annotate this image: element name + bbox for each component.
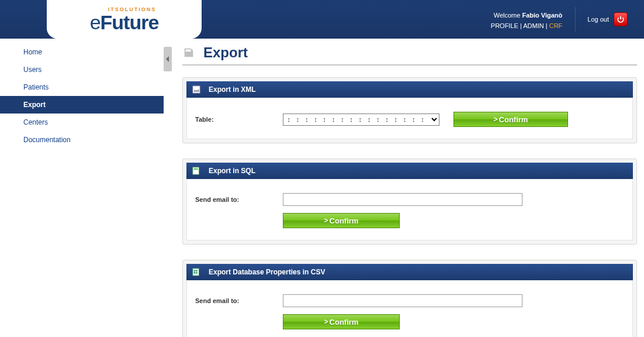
sidebar-item-label: Export	[23, 101, 46, 109]
main-content: Export xml Export in XML Table: : : : : …	[164, 39, 644, 337]
logo-brand: eFuture	[90, 11, 159, 33]
confirm-label: Confirm	[330, 318, 359, 326]
admin-link[interactable]: ADMIN	[523, 22, 543, 29]
field-label-email-sql: Send email to:	[195, 196, 277, 203]
table-select[interactable]: : : : : : : : : : : : : : : : : : : : : …	[283, 114, 439, 126]
header-links: PROFILE | ADMIN | CRF	[491, 21, 563, 32]
svg-rect-3	[194, 168, 198, 170]
logo-container: ITSOLUTIONS eFuture	[47, 0, 202, 39]
profile-link[interactable]: PROFILE	[491, 22, 518, 29]
confirm-sql-button[interactable]: >Confirm	[283, 213, 400, 228]
email-input-csv[interactable]	[283, 294, 522, 307]
panel-export-xml: xml Export in XML Table: : : : : : : : :…	[182, 77, 637, 143]
chevron-right-icon: >	[324, 216, 328, 225]
sidebar-item-patients[interactable]: Patients	[0, 78, 164, 96]
sidebar-item-label: Patients	[23, 83, 49, 91]
sql-icon	[192, 166, 200, 176]
confirm-label: Confirm	[499, 115, 528, 124]
welcome-text: Welcome Fabio Viganò	[491, 11, 563, 21]
crf-link[interactable]: CRF	[549, 22, 563, 29]
sidebar-item-export[interactable]: Export	[0, 96, 164, 114]
logo-brand-e: e	[90, 11, 101, 33]
logo-brand-rest: Future	[101, 11, 159, 33]
power-icon-svg	[617, 15, 625, 23]
email-input-sql[interactable]	[283, 193, 522, 206]
sidebar-item-label: Home	[23, 48, 42, 56]
sidebar-item-users[interactable]: Users	[0, 61, 164, 78]
chevron-right-icon: >	[324, 318, 328, 326]
page-title: Export	[203, 44, 248, 61]
svg-rect-7	[194, 272, 196, 274]
chevron-right-icon: >	[494, 115, 498, 123]
welcome-prefix: Welcome	[494, 12, 521, 19]
svg-rect-5	[194, 270, 196, 272]
logo: ITSOLUTIONS eFuture	[90, 7, 159, 32]
power-icon[interactable]	[614, 12, 628, 26]
sidebar: Home Users Patients Export Centers Docum…	[0, 39, 164, 337]
field-row-email-csv: Send email to:	[195, 294, 624, 307]
export-page-icon	[182, 46, 195, 59]
page-title-row: Export	[182, 44, 637, 66]
panel-header-csv: Export Database Properties in CSV	[186, 264, 633, 280]
collapse-handle-icon[interactable]	[164, 47, 172, 71]
sidebar-list: Home Users Patients Export Centers Docum…	[0, 43, 164, 149]
user-name: Fabio Viganò	[522, 12, 562, 19]
sidebar-item-label: Documentation	[23, 136, 71, 144]
confirm-row-csv: >Confirm	[283, 314, 624, 329]
panel-header-sql: Export in SQL	[186, 163, 633, 179]
sidebar-item-label: Centers	[23, 118, 48, 126]
panel-title: Export Database Properties in CSV	[209, 268, 325, 276]
csv-icon	[192, 267, 200, 277]
xml-icon: xml	[192, 85, 200, 94]
confirm-csv-button[interactable]: >Confirm	[283, 314, 400, 329]
sidebar-item-home[interactable]: Home	[0, 43, 164, 61]
confirm-label: Confirm	[330, 216, 359, 225]
sidebar-item-label: Users	[23, 66, 41, 74]
sidebar-item-centers[interactable]: Centers	[0, 114, 164, 131]
field-row-email-sql: Send email to:	[195, 193, 624, 206]
sidebar-item-documentation[interactable]: Documentation	[0, 131, 164, 149]
user-block: Welcome Fabio Viganò PROFILE | ADMIN | C…	[491, 11, 563, 31]
panel-body-xml: Table: : : : : : : : : : : : : : : : : :…	[186, 98, 633, 139]
panel-title: Export in XML	[209, 85, 256, 94]
svg-rect-8	[196, 272, 198, 274]
panel-header-xml: xml Export in XML	[186, 81, 633, 98]
field-label-email-csv: Send email to:	[195, 297, 277, 304]
confirm-xml-button[interactable]: >Confirm	[453, 112, 568, 127]
field-row-table: Table: : : : : : : : : : : : : : : : : :…	[195, 112, 624, 127]
panel-export-sql: Export in SQL Send email to: >Confirm	[182, 159, 637, 245]
panel-body-csv: Send email to: >Confirm	[186, 280, 633, 337]
app-header: ITSOLUTIONS eFuture Welcome Fabio Viganò…	[0, 0, 644, 39]
logout-block: Log out	[575, 7, 628, 32]
body-row: Home Users Patients Export Centers Docum…	[0, 39, 644, 337]
panel-title: Export in SQL	[209, 167, 255, 175]
header-right: Welcome Fabio Viganò PROFILE | ADMIN | C…	[491, 11, 628, 32]
logout-label[interactable]: Log out	[587, 16, 609, 23]
confirm-row-sql: >Confirm	[283, 213, 624, 228]
svg-text:xml: xml	[194, 89, 200, 92]
field-label-table: Table:	[195, 116, 277, 123]
svg-rect-6	[196, 270, 198, 272]
panel-body-sql: Send email to: >Confirm	[186, 179, 633, 240]
panel-export-csv: Export Database Properties in CSV Send e…	[182, 260, 637, 337]
